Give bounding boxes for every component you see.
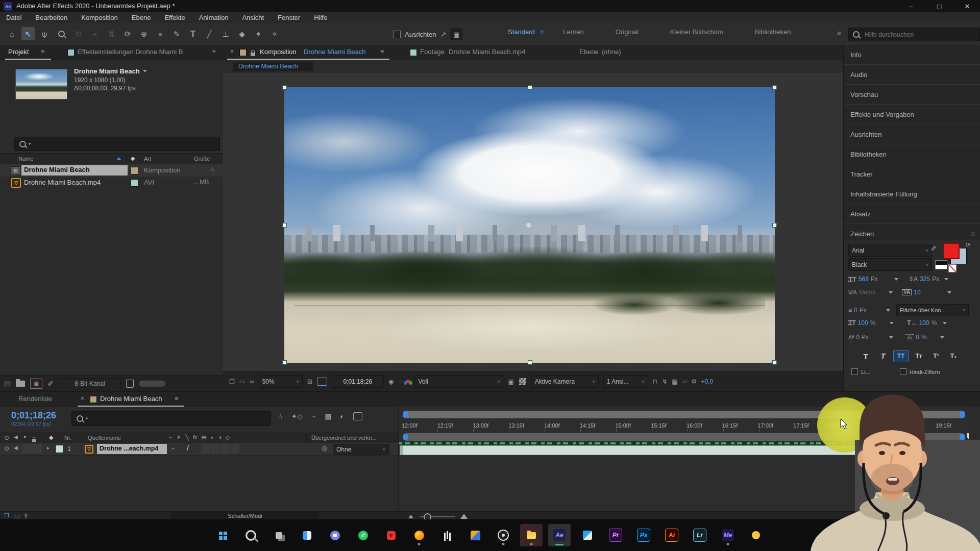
comp-breadcrumb[interactable]: Drohne Miami Beach xyxy=(233,62,313,71)
font-size-value[interactable]: 569 xyxy=(859,276,869,283)
tracking-dropdown-icon[interactable] xyxy=(947,291,951,294)
timeline-panel-menu-icon[interactable]: ≡ xyxy=(175,395,178,402)
vertical-scale-dropdown-icon[interactable] xyxy=(890,322,894,324)
menu-datei[interactable]: Datei xyxy=(6,14,21,21)
col-groesse[interactable]: Größe xyxy=(194,156,210,162)
screenshot-tool-button[interactable] xyxy=(464,524,486,546)
ligatures-checkbox[interactable] xyxy=(851,368,858,375)
leading-dropdown-icon[interactable] xyxy=(944,278,948,281)
workspace-original[interactable]: Original xyxy=(616,28,639,36)
timeline-search-dropdown-icon[interactable] xyxy=(85,418,88,420)
col-nr[interactable]: Nr. xyxy=(64,435,71,441)
firefox-button[interactable] xyxy=(408,524,430,546)
zoom-out-mountain-icon[interactable] xyxy=(408,515,413,518)
comp-thumbnail[interactable] xyxy=(15,69,67,99)
shape-tool-icon[interactable]: ● xyxy=(154,27,167,40)
project-search-field[interactable] xyxy=(14,137,220,151)
tracking-value[interactable]: 10 xyxy=(914,289,920,296)
puppet-pin-tool-icon[interactable]: ✧ xyxy=(268,27,281,40)
row1-label-swatch[interactable] xyxy=(131,167,138,174)
hand-tool-icon[interactable]: ψ xyxy=(38,27,51,40)
paint-app-button[interactable] xyxy=(745,524,767,546)
eraser-tool-icon[interactable]: ◆ xyxy=(235,27,249,40)
camera-dropdown[interactable]: Aktive Kamera˅ xyxy=(531,375,599,388)
workspace-menu-icon[interactable]: ≡ xyxy=(540,29,544,35)
baseline-shift-value[interactable]: 0 xyxy=(856,334,860,341)
subscript-button[interactable]: T₁ xyxy=(946,350,961,362)
navigator-left-handle[interactable] xyxy=(403,411,408,418)
menu-fenster[interactable]: Fenster xyxy=(278,14,300,21)
baseline-shift-dropdown-icon[interactable] xyxy=(889,336,893,339)
composition-mini-flowchart-icon[interactable]: ⑃ xyxy=(278,413,282,420)
layer-color-swatch[interactable] xyxy=(55,445,63,453)
fill-rule-dropdown[interactable]: Fläche über Kon...˅ xyxy=(896,304,969,316)
comp-flowchart-icon[interactable]: ▱ xyxy=(682,379,687,385)
help-search-field[interactable] xyxy=(848,28,980,41)
after-effects-taskbar-button[interactable]: Ae xyxy=(548,524,571,546)
region-of-interest-icon[interactable] xyxy=(317,378,327,386)
tab-effekteinstellungen[interactable]: Effekteinstellungen Drohne Miami B xyxy=(78,48,183,56)
primary-viewer-icon[interactable]: ▭ xyxy=(239,379,245,385)
timeline-search-field[interactable] xyxy=(71,411,271,426)
tab-renderliste[interactable]: Renderliste xyxy=(18,395,52,403)
small-caps-button[interactable]: Tᴛ xyxy=(912,350,926,362)
menu-ebene[interactable]: Ebene xyxy=(132,14,151,21)
workspace-kleiner-bildschirm[interactable]: Kleiner Bildschirm xyxy=(670,28,723,36)
minimize-button[interactable]: – xyxy=(898,0,924,12)
projekt-panel-menu-icon[interactable]: ≡ xyxy=(41,48,44,55)
selection-handle[interactable] xyxy=(282,223,287,228)
menu-animation[interactable]: Animation xyxy=(199,14,229,21)
sort-ascending-icon[interactable] xyxy=(116,157,121,160)
superscript-button[interactable]: T¹ xyxy=(929,350,943,362)
kerning-dropdown-icon[interactable] xyxy=(889,291,893,294)
project-tab-overflow-chevrons[interactable]: » xyxy=(212,48,216,54)
comp-image[interactable]: ⊕ xyxy=(284,87,775,363)
pan-behind-tool-icon[interactable]: ⊕ xyxy=(137,27,151,40)
tab-timeline-comp[interactable]: Drohne Miami Beach xyxy=(100,395,162,403)
layer-speaker-icon[interactable]: ◀ xyxy=(14,445,18,450)
viewer-panel-menu-icon[interactable]: ≡ xyxy=(380,48,384,55)
rotation-tool-icon[interactable]: ⟳ xyxy=(121,27,134,40)
faux-bold-button[interactable]: T xyxy=(859,350,873,362)
shy-layers-icon[interactable]: ⌢ xyxy=(311,413,316,420)
grid-guides-icon[interactable]: ⊞ xyxy=(307,379,312,385)
font-style-dropdown[interactable]: Black˅ xyxy=(848,258,932,271)
graph-editor-icon[interactable]: ⌒ xyxy=(353,412,362,420)
zoom-in-mountain-icon[interactable] xyxy=(460,514,468,519)
project-row-footage[interactable]: ▽ Drohne Miami Beach.mp4 AVI ... MB xyxy=(0,177,223,189)
brush-tool-icon[interactable]: ╱ xyxy=(203,27,216,40)
type-tool-icon[interactable]: T xyxy=(186,27,200,40)
comp-name-dropdown-icon[interactable] xyxy=(143,70,147,72)
pixel-aspect-icon[interactable]: ⊓ xyxy=(653,379,657,385)
comp-network-icon[interactable]: ⑃ xyxy=(210,166,214,172)
clone-stamp-tool-icon[interactable]: ⊥ xyxy=(219,27,232,40)
all-caps-button[interactable]: TT xyxy=(893,350,909,362)
project-search-dropdown-icon[interactable] xyxy=(28,143,31,145)
always-preview-icon[interactable]: ❐ xyxy=(229,379,235,385)
project-row2-name[interactable]: Drohne Miami Beach.mp4 xyxy=(24,179,101,186)
vertical-scale-value[interactable]: 100 xyxy=(858,319,868,327)
selection-handle[interactable] xyxy=(772,85,777,90)
expand-in-out-icon[interactable]: ◱ xyxy=(14,513,19,518)
motion-blur-icon[interactable]: ◐ xyxy=(340,413,344,420)
maximize-button[interactable]: ▢ xyxy=(926,0,952,12)
selection-handle[interactable] xyxy=(528,85,532,90)
project-scroll-pill[interactable] xyxy=(139,381,165,387)
tab-ebene-name[interactable]: (ohne) xyxy=(602,48,621,56)
timeline-timecode[interactable]: 0;01;18;26 xyxy=(11,410,56,421)
work-area-left-handle[interactable] xyxy=(403,434,408,440)
snap-region-icon[interactable]: ▣ xyxy=(450,28,462,40)
tab-ebene-label[interactable]: Ebene xyxy=(579,48,599,56)
font-family-dropdown[interactable]: Arial˅ xyxy=(848,244,932,257)
menu-effekte[interactable]: Effekte xyxy=(164,14,185,21)
project-flowchart-icon[interactable]: ✐ xyxy=(47,380,54,387)
home-tool-icon[interactable]: ⌂ xyxy=(5,27,18,40)
lightroom-button[interactable]: Lr xyxy=(689,524,711,546)
stroke-width-value[interactable]: 0 xyxy=(854,307,857,314)
media-encoder-button[interactable]: Me xyxy=(717,524,739,546)
panel-audio[interactable]: Audio xyxy=(844,65,980,85)
layer-quality-icon[interactable]: / xyxy=(187,444,189,452)
panel-info[interactable]: Info xyxy=(844,45,980,65)
menu-hilfe[interactable]: Hilfe xyxy=(314,14,327,21)
parent-dropdown[interactable]: Ohne˅ xyxy=(333,444,389,455)
